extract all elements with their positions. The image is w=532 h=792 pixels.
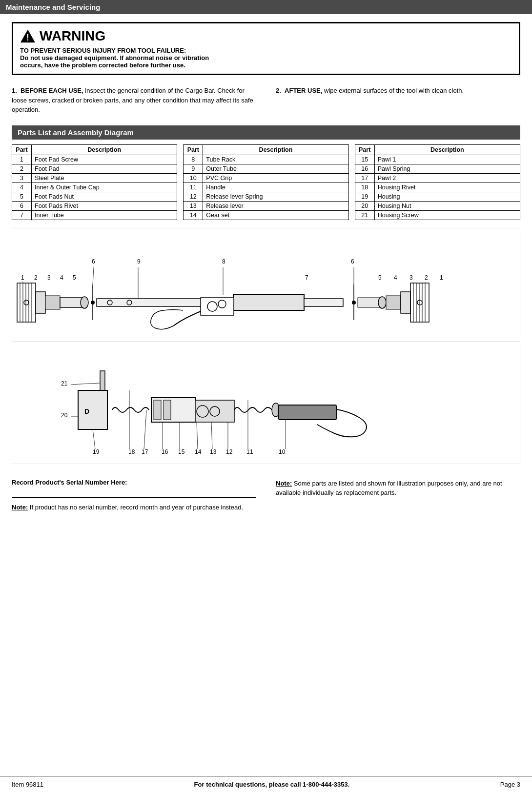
part-description: Foot Pad xyxy=(32,164,177,173)
part-description: Foot Pads Rivet xyxy=(32,201,177,210)
svg-text:5: 5 xyxy=(378,274,382,281)
footer-center: For technical questions, please call 1-8… xyxy=(194,781,350,788)
part-number: 18 xyxy=(355,183,374,192)
part-description: Housing Nut xyxy=(374,201,520,210)
part-number: 20 xyxy=(355,201,374,210)
warning-icon: ! xyxy=(20,28,36,44)
part-description: Pawl 1 xyxy=(374,155,520,164)
svg-line-69 xyxy=(71,383,100,385)
svg-text:17: 17 xyxy=(142,448,148,455)
svg-rect-25 xyxy=(45,296,60,309)
table-row: 14Gear set xyxy=(184,210,348,220)
main-content: ! WARNING TO PREVENT SERIOUS INJURY FROM… xyxy=(0,14,532,776)
svg-text:14: 14 xyxy=(195,448,202,455)
serial-number-line xyxy=(12,489,256,498)
svg-text:11: 11 xyxy=(246,448,253,455)
svg-text:2: 2 xyxy=(34,274,38,281)
svg-text:13: 13 xyxy=(210,448,217,455)
part-number: 13 xyxy=(184,201,203,210)
svg-text:5: 5 xyxy=(73,274,76,281)
warning-box: ! WARNING TO PREVENT SERIOUS INJURY FROM… xyxy=(12,22,520,75)
svg-rect-43 xyxy=(401,292,410,313)
svg-text:7: 7 xyxy=(305,274,308,281)
part-number: 7 xyxy=(12,210,32,220)
svg-text:1: 1 xyxy=(21,274,24,281)
part-description: Pawl Spring xyxy=(374,164,520,173)
note-underline-right: Note: xyxy=(276,480,292,487)
table-row: 1Foot Pad Screw xyxy=(12,155,177,164)
svg-rect-37 xyxy=(304,299,343,306)
svg-rect-82 xyxy=(195,400,234,422)
parts-section-header: Parts List and Assembly Diagram xyxy=(12,125,520,140)
svg-text:10: 10 xyxy=(279,448,286,455)
table-row: 17Pawl 2 xyxy=(355,173,520,183)
svg-text:6: 6 xyxy=(351,258,354,265)
part-description: Inner & Outer Tube Cap xyxy=(32,183,177,192)
svg-text:21: 21 xyxy=(61,380,68,387)
svg-rect-33 xyxy=(233,295,304,310)
note-text-right: Some parts are listed and shown for illu… xyxy=(276,480,502,497)
svg-text:3: 3 xyxy=(409,274,413,281)
footer-right: Page 3 xyxy=(500,781,520,788)
table-row: 5Foot Pads Nut xyxy=(12,192,177,201)
part-description: Inner Tube xyxy=(32,210,177,220)
warning-line3: occurs, have the problem corrected befor… xyxy=(20,61,512,69)
part-description: Handle xyxy=(203,183,348,192)
svg-point-27 xyxy=(81,297,88,308)
svg-text:D: D xyxy=(84,407,89,415)
page: Maintenance and Servicing ! WARNING TO P… xyxy=(0,0,532,792)
part-description: PVC Grip xyxy=(203,173,348,183)
assembly-diagram-top: 1 2 3 4 5 6 9 8 7 6 5 4 3 2 1 xyxy=(12,228,520,336)
svg-rect-42 xyxy=(386,296,401,309)
svg-text:15: 15 xyxy=(178,448,185,455)
part-number: 2 xyxy=(12,164,32,173)
svg-rect-72 xyxy=(78,390,107,429)
table2-col1-header: Part xyxy=(184,144,203,155)
svg-line-75 xyxy=(144,410,146,449)
table1-col2-header: Description xyxy=(32,144,177,155)
table3-col1-header: Part xyxy=(355,144,374,155)
part-description: Tube Rack xyxy=(203,155,348,164)
part-description: Foot Pad Screw xyxy=(32,155,177,164)
svg-rect-89 xyxy=(278,405,337,420)
table-row: 10PVC Grip xyxy=(184,173,348,183)
warning-line2: Do not use damaged equipment. If abnorma… xyxy=(20,54,512,61)
part-description: Release lever xyxy=(203,201,348,210)
bottom-right-note: Note: Some parts are listed and shown fo… xyxy=(276,479,520,498)
svg-text:4: 4 xyxy=(394,274,397,281)
svg-line-81 xyxy=(197,422,198,449)
part-number: 16 xyxy=(355,164,374,173)
table-row: 9Outer Tube xyxy=(184,164,348,173)
table-row: 7Inner Tube xyxy=(12,210,177,220)
instruction-1-number: 1. xyxy=(12,87,17,94)
svg-text:1: 1 xyxy=(440,274,443,281)
svg-text:3: 3 xyxy=(47,274,51,281)
part-number: 3 xyxy=(12,173,32,183)
table-row: 15Pawl 1 xyxy=(355,155,520,164)
svg-text:19: 19 xyxy=(93,448,100,455)
svg-text:8: 8 xyxy=(222,258,225,265)
part-number: 12 xyxy=(184,192,203,201)
table-row: 2Foot Pad xyxy=(12,164,177,173)
table-row: 4Inner & Outer Tube Cap xyxy=(12,183,177,192)
instruction-col-1: 1. BEFORE EACH USE, inspect the general … xyxy=(12,86,256,117)
part-number: 9 xyxy=(184,164,203,173)
part-number: 14 xyxy=(184,210,203,220)
svg-text:20: 20 xyxy=(61,412,68,419)
svg-text:6: 6 xyxy=(92,258,95,265)
svg-rect-79 xyxy=(164,400,171,420)
warning-line1: TO PREVENT SERIOUS INJURY FROM TOOL FAIL… xyxy=(20,47,512,54)
svg-rect-78 xyxy=(154,400,161,420)
footer: Item 96811 For technical questions, plea… xyxy=(0,776,532,792)
table-row: 3Steel Plate xyxy=(12,173,177,183)
bottom-right-section: Note: Some parts are listed and shown fo… xyxy=(276,479,520,498)
part-number: 19 xyxy=(355,192,374,201)
table-row: 12Release lever Spring xyxy=(184,192,348,201)
part-number: 8 xyxy=(184,155,203,164)
svg-text:16: 16 xyxy=(162,448,168,455)
svg-point-50 xyxy=(417,300,422,305)
instruction-col-2: 2. AFTER USE, wipe external surfaces of … xyxy=(276,86,520,117)
part-description: Pawl 2 xyxy=(374,173,520,183)
part-number: 6 xyxy=(12,201,32,210)
part-number: 15 xyxy=(355,155,374,164)
